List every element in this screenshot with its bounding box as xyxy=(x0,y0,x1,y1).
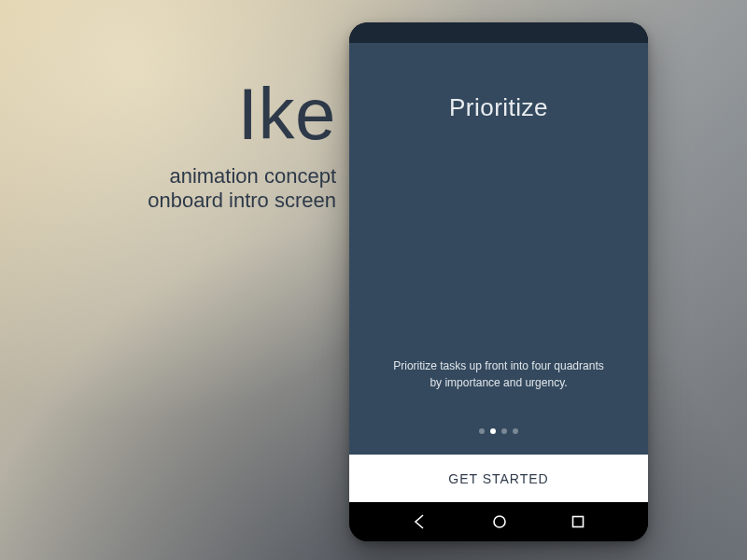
home-icon[interactable] xyxy=(491,513,508,530)
page-dot[interactable] xyxy=(479,428,485,434)
get-started-button[interactable]: GET STARTED xyxy=(349,455,648,502)
page-dot[interactable] xyxy=(501,428,507,434)
onboarding-panel[interactable]: Prioritize Prioritize tasks up front int… xyxy=(349,43,648,455)
caption-line-1: animation concept xyxy=(37,164,336,189)
recents-icon[interactable] xyxy=(571,514,585,529)
status-bar xyxy=(349,22,648,43)
svg-rect-1 xyxy=(572,517,583,527)
onboarding-title: Prioritize xyxy=(372,93,626,122)
slide-caption: Ike animation concept onboard intro scre… xyxy=(37,71,336,213)
back-icon[interactable] xyxy=(412,513,429,530)
presentation-slide: Ike animation concept onboard intro scre… xyxy=(0,0,747,560)
phone-frame: Prioritize Prioritize tasks up front int… xyxy=(349,22,648,541)
page-dot[interactable] xyxy=(490,428,496,434)
page-dot[interactable] xyxy=(513,428,518,434)
page-indicator[interactable] xyxy=(372,428,626,434)
screen: Prioritize Prioritize tasks up front int… xyxy=(349,43,648,502)
svg-point-0 xyxy=(494,516,505,527)
onboarding-body: Prioritize tasks up front into four quad… xyxy=(391,357,606,391)
app-name: Ike xyxy=(37,71,336,159)
android-nav-bar xyxy=(349,502,648,541)
caption-line-2: onboard intro screen xyxy=(37,189,336,213)
